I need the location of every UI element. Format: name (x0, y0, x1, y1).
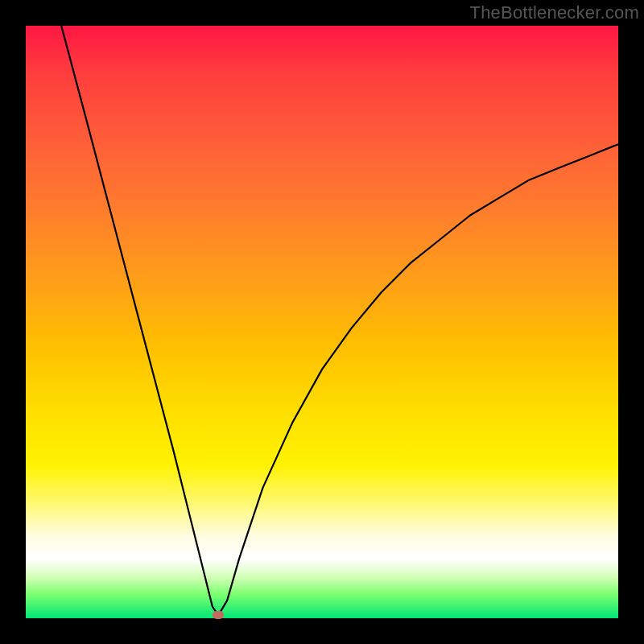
plot-area (26, 26, 618, 618)
bottleneck-curve (61, 26, 618, 615)
optimum-marker (213, 611, 224, 619)
curve-svg (26, 26, 618, 618)
chart-frame: TheBottlenecker.com (0, 0, 644, 644)
watermark-text: TheBottlenecker.com (470, 2, 639, 23)
